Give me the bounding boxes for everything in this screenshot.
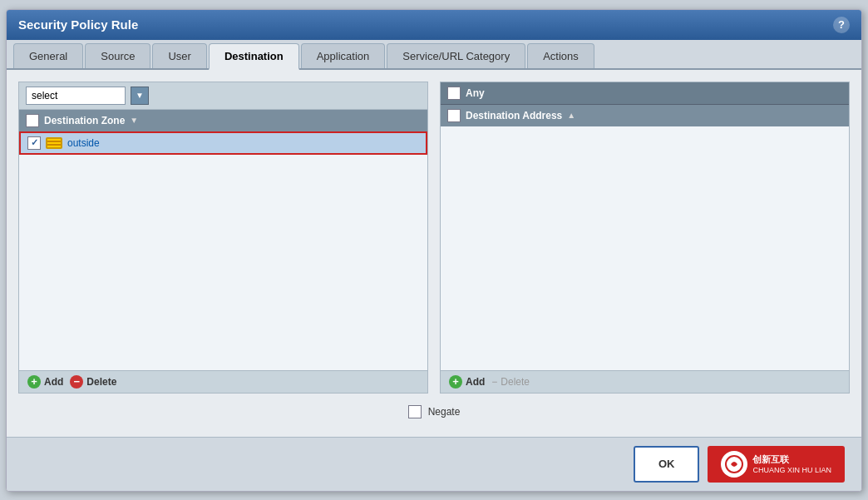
zone-delete-icon: − (70, 375, 83, 389)
zone-add-icon: + (27, 375, 41, 389)
address-sort-icon[interactable]: ▲ (567, 111, 575, 120)
address-panel-header: Destination Address ▲ (441, 105, 849, 126)
negate-checkbox[interactable] (408, 405, 422, 418)
dialog-header: Security Policy Rule ? (7, 10, 861, 40)
zone-row-checkbox-outside[interactable] (27, 136, 41, 150)
zone-header-label: Destination Zone (44, 115, 125, 126)
any-checkbox[interactable] (447, 87, 461, 100)
panels-container: select ▼ Destination Zone ▼ outside (18, 82, 850, 394)
watermark-logo (721, 451, 747, 478)
zone-delete-button[interactable]: − Delete (70, 375, 116, 389)
address-add-button[interactable]: + Add (449, 375, 485, 389)
zone-panel-footer: + Add − Delete (19, 370, 427, 393)
any-row: Any (441, 82, 849, 105)
help-icon[interactable]: ? (833, 17, 850, 33)
zone-panel-toolbar: select ▼ (19, 82, 427, 110)
dialog-title: Security Policy Rule (18, 17, 138, 32)
tab-destination[interactable]: Destination (209, 43, 299, 70)
address-delete-button[interactable]: − Delete (491, 376, 530, 388)
tab-actions[interactable]: Actions (527, 43, 594, 68)
tab-user[interactable]: User (152, 43, 206, 68)
zone-header-checkbox[interactable] (26, 114, 39, 127)
zone-panel-header: Destination Zone ▼ (19, 110, 427, 131)
dialog-footer: OK 创新互联 CHUANG XIN HU LIAN (7, 437, 861, 491)
zone-sort-icon[interactable]: ▼ (130, 116, 138, 125)
tab-general[interactable]: General (13, 43, 83, 68)
address-add-icon: + (449, 375, 462, 389)
zone-icon-outside (46, 137, 62, 149)
address-header-checkbox[interactable] (447, 109, 461, 122)
zone-delete-label: Delete (86, 376, 116, 388)
zone-dropdown-button[interactable]: ▼ (131, 87, 149, 105)
watermark: 创新互联 CHUANG XIN HU LIAN (708, 446, 845, 483)
tab-application[interactable]: Application (301, 43, 386, 68)
address-delete-label: Delete (501, 376, 530, 388)
zone-select-input[interactable]: select (26, 87, 126, 105)
ok-button[interactable]: OK (634, 446, 700, 483)
address-delete-icon: − (491, 376, 497, 388)
any-label: Any (466, 87, 485, 99)
security-policy-rule-dialog: Security Policy Rule ? General Source Us… (6, 9, 862, 492)
zone-row-outside: outside (19, 131, 427, 155)
address-add-label: Add (466, 376, 485, 388)
zone-add-label: Add (44, 376, 63, 388)
zone-panel-body: outside (19, 131, 427, 370)
tab-content: select ▼ Destination Zone ▼ outside (7, 70, 861, 437)
watermark-text-1: 创新互联 (752, 453, 831, 466)
negate-label: Negate (428, 406, 461, 418)
address-header-label: Destination Address (466, 110, 562, 121)
negate-row: Negate (18, 402, 850, 425)
tab-source[interactable]: Source (85, 43, 150, 68)
tab-service-url[interactable]: Service/URL Category (387, 43, 525, 68)
zone-row-label-outside: outside (67, 137, 100, 149)
watermark-text-2: CHUANG XIN HU LIAN (752, 466, 831, 474)
destination-address-panel: Any Destination Address ▲ + Add − (440, 82, 850, 394)
address-panel-body (441, 126, 849, 370)
zone-add-button[interactable]: + Add (27, 375, 63, 389)
address-panel-footer: + Add − Delete (441, 370, 849, 393)
destination-zone-panel: select ▼ Destination Zone ▼ outside (18, 82, 428, 394)
tab-bar: General Source User Destination Applicat… (7, 40, 861, 70)
